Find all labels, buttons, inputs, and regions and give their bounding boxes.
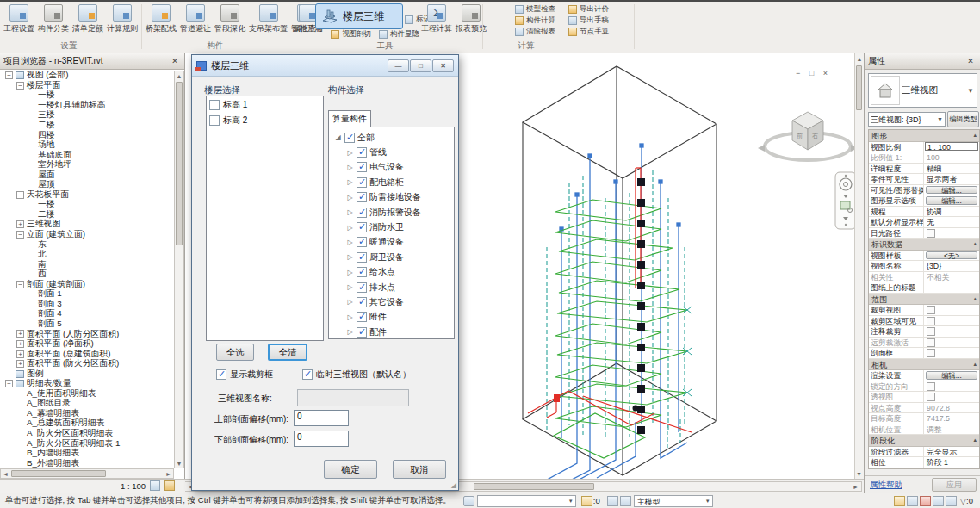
browser-vscrollbar[interactable]: ▲ ▼ bbox=[174, 71, 184, 468]
property-value[interactable] bbox=[924, 316, 979, 326]
component-checkbox[interactable] bbox=[357, 282, 367, 293]
browser-hscrollbar[interactable]: ◄ ► bbox=[0, 468, 174, 479]
expand-arrow-icon[interactable]: ▷ bbox=[346, 224, 354, 232]
property-value[interactable]: {3D} bbox=[924, 261, 979, 271]
expand-arrow-icon[interactable]: ▷ bbox=[346, 298, 354, 306]
property-value[interactable] bbox=[924, 338, 979, 348]
export-pricing-button[interactable]: 导出计价 bbox=[568, 3, 609, 15]
view-vscroll-thumb[interactable] bbox=[856, 65, 862, 110]
tree-item[interactable]: A_幕墙明细表 bbox=[0, 409, 174, 419]
component-checkbox[interactable] bbox=[344, 133, 355, 143]
edit-type-button[interactable]: 编辑类型 bbox=[947, 111, 979, 127]
property-value[interactable]: <无> bbox=[924, 251, 979, 261]
component-calculation-button[interactable]: 构件计算 bbox=[515, 15, 555, 26]
tree-item[interactable]: 三楼 bbox=[0, 110, 174, 121]
expand-arrow-icon[interactable]: ▷ bbox=[346, 178, 354, 186]
node-hand-calc-button[interactable]: 节点手算 bbox=[568, 26, 609, 37]
property-section-header[interactable]: 相机▴ bbox=[869, 359, 979, 371]
tree-item[interactable]: +三维视图 bbox=[0, 220, 174, 230]
expand-icon[interactable]: + bbox=[16, 220, 24, 228]
type-selector[interactable]: 三维视图 ▼ bbox=[868, 73, 977, 108]
property-value[interactable] bbox=[924, 348, 979, 358]
tree-item[interactable]: B_外墙明细表 bbox=[0, 458, 174, 468]
pipe-avoidance-button[interactable]: 管道避让 bbox=[178, 2, 213, 34]
expand-arrow-icon[interactable]: ▷ bbox=[346, 283, 354, 291]
expand-arrow-icon[interactable]: ▷ bbox=[346, 328, 354, 336]
project-calculation-button[interactable]: Σ工程计算 bbox=[419, 2, 454, 34]
tree-item[interactable]: 屋顶 bbox=[0, 180, 174, 190]
design-option-combo[interactable]: 主模型 ▼ bbox=[634, 495, 713, 507]
tree-item[interactable]: B_内墙明细表 bbox=[0, 449, 174, 459]
view-cube[interactable]: 前 右 bbox=[758, 112, 858, 160]
scroll-down-icon[interactable]: ▼ bbox=[175, 461, 183, 467]
expand-arrow-icon[interactable]: ▷ bbox=[346, 194, 354, 201]
component-checkbox[interactable] bbox=[357, 312, 367, 322]
property-value[interactable]: 精细 bbox=[924, 164, 979, 174]
component-checkbox[interactable] bbox=[357, 162, 367, 172]
tree-item[interactable]: 剖面 5 bbox=[0, 319, 174, 330]
tree-item[interactable]: 场地 bbox=[0, 140, 174, 151]
tree-item[interactable]: −楼层平面 bbox=[0, 81, 174, 91]
clear-reports-button[interactable]: 清除报表 bbox=[515, 26, 555, 37]
show-crop-checkbox[interactable] bbox=[216, 369, 226, 380]
floor-checkbox[interactable] bbox=[209, 115, 220, 126]
project-settings-button[interactable]: 工程设置 bbox=[2, 2, 36, 34]
floor-3d-button[interactable]: 楼层三维 bbox=[315, 3, 403, 29]
component-item[interactable]: ▷消防水卫 bbox=[332, 220, 454, 234]
collapse-arrow-icon[interactable]: ◢ bbox=[334, 133, 342, 141]
property-value[interactable]: 完全显示 bbox=[924, 447, 979, 457]
floor-item[interactable]: 标高 2 bbox=[207, 114, 323, 127]
editing-requests-icon[interactable] bbox=[581, 496, 592, 506]
property-value-input[interactable]: 1 : 100 bbox=[925, 142, 978, 152]
property-checkbox[interactable] bbox=[927, 327, 935, 336]
component-item[interactable]: ▷给水点 bbox=[332, 265, 454, 280]
property-value[interactable]: 显示两者 bbox=[924, 174, 979, 184]
show-crop-checkbox-row[interactable]: 显示裁剪框 bbox=[216, 369, 273, 381]
property-checkbox[interactable] bbox=[927, 338, 935, 347]
component-checkbox[interactable] bbox=[357, 327, 367, 338]
tree-item[interactable]: A_防火分区面积明细表 bbox=[0, 429, 174, 439]
select-links-icon[interactable] bbox=[894, 496, 905, 506]
collapse-icon[interactable]: − bbox=[16, 82, 24, 90]
design-options-icon[interactable] bbox=[607, 496, 618, 506]
browser-vscroll-thumb[interactable] bbox=[176, 82, 183, 245]
select-by-face-icon[interactable] bbox=[933, 496, 944, 506]
expand-icon[interactable]: + bbox=[16, 330, 24, 338]
property-value-button[interactable]: <无> bbox=[926, 251, 977, 260]
top-offset-input[interactable]: 0 bbox=[294, 410, 349, 426]
calculation-rules-button[interactable]: 计算规则 bbox=[105, 2, 140, 34]
dialog-maximize-icon[interactable]: □ bbox=[410, 59, 431, 72]
floor-checkbox[interactable] bbox=[209, 100, 220, 110]
component-item[interactable]: ◢全部 bbox=[332, 130, 454, 145]
property-value[interactable]: 100 bbox=[924, 152, 979, 163]
component-classification-button[interactable]: 构件分类 bbox=[36, 2, 71, 34]
component-item[interactable]: ▷附件 bbox=[332, 310, 454, 325]
property-section-header[interactable]: 阶段化▴ bbox=[869, 435, 979, 447]
tree-item[interactable]: 一楼灯具辅助标高 bbox=[0, 101, 174, 111]
project-browser-close-icon[interactable]: ✕ bbox=[169, 57, 181, 65]
tree-item[interactable]: −天花板平面 bbox=[0, 190, 174, 201]
tree-item[interactable]: −剖面 (建筑剖面) bbox=[0, 279, 174, 289]
view-window-controls[interactable]: − □ × bbox=[796, 69, 831, 77]
component-item[interactable]: ▷消防报警设备 bbox=[332, 205, 454, 220]
view-vscrollbar[interactable]: ▲ ▼ bbox=[854, 53, 864, 479]
property-value[interactable]: 调整 bbox=[924, 424, 979, 435]
cable-tray-wiring-button[interactable]: 桥架配线 bbox=[144, 2, 178, 34]
property-value[interactable]: 无 bbox=[924, 217, 979, 227]
property-section-header[interactable]: 标识数据▴ bbox=[869, 239, 979, 251]
property-value[interactable]: 阶段 1 bbox=[924, 457, 979, 468]
detail-level-icon[interactable] bbox=[150, 480, 160, 491]
collapse-chevron-icon[interactable]: ▴ bbox=[973, 132, 977, 139]
tree-item[interactable]: 基础底面 bbox=[0, 150, 174, 160]
property-value[interactable]: 9072.8 bbox=[924, 403, 979, 413]
component-checkbox[interactable] bbox=[357, 267, 367, 277]
tree-item[interactable]: 剖面 4 bbox=[0, 309, 174, 319]
tree-item[interactable]: +面积平面 (人防分区面积) bbox=[0, 329, 174, 339]
select-pinned-icon[interactable] bbox=[920, 496, 931, 506]
scroll-left-icon[interactable]: ◄ bbox=[3, 471, 9, 477]
property-value[interactable] bbox=[924, 392, 979, 402]
property-section-header[interactable]: 范围▴ bbox=[869, 294, 979, 306]
collapse-chevron-icon[interactable]: ▴ bbox=[973, 361, 977, 368]
scroll-right-icon[interactable]: ► bbox=[165, 471, 171, 477]
collapse-icon[interactable]: − bbox=[16, 191, 24, 199]
